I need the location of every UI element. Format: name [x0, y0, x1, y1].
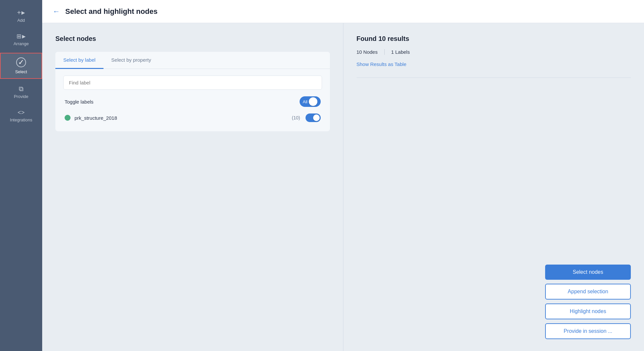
integrations-icon: <>: [17, 110, 24, 115]
tab-select-by-property[interactable]: Select by property: [103, 52, 159, 69]
select-nodes-title: Select nodes: [55, 35, 330, 43]
results-meta: 10 Nodes 1 Labels: [357, 49, 631, 55]
show-results-link[interactable]: Show Results as Table: [357, 61, 631, 67]
find-label-input[interactable]: [63, 76, 322, 90]
page-title: Select and highlight nodes: [65, 7, 158, 16]
sidebar-item-add[interactable]: + ▶ Add: [0, 5, 42, 27]
toggle-all-text: All: [303, 99, 307, 104]
label-dot-prk: [65, 115, 71, 121]
sidebar-item-provide[interactable]: ⧉ Provide: [0, 81, 42, 103]
labels-count: 1 Labels: [385, 49, 410, 55]
divider: [357, 78, 631, 78]
header: ← Select and highlight nodes: [42, 0, 644, 23]
sidebar-item-integrations-label: Integrations: [10, 117, 32, 122]
label-name-prk: prk_structure_2018: [74, 115, 292, 121]
select-icon: ✓: [16, 57, 26, 67]
sidebar-item-select[interactable]: ✓ Select: [0, 53, 42, 79]
right-panel: Found 10 results 10 Nodes 1 Labels Show …: [343, 23, 644, 351]
tab-card: Select by label Select by property Toggl…: [55, 52, 330, 131]
toggle-all-knob: [309, 97, 317, 106]
main-content: ← Select and highlight nodes Select node…: [42, 0, 644, 351]
sidebar-item-select-label: Select: [15, 69, 27, 74]
toggle-labels-label: Toggle labels: [65, 99, 94, 105]
highlight-nodes-button[interactable]: Highlight nodes: [545, 303, 631, 319]
add-icon: + ▶: [17, 9, 25, 16]
sidebar-item-arrange-label: Arrange: [14, 41, 29, 46]
sidebar-item-add-label: Add: [17, 18, 25, 23]
sidebar-item-arrange[interactable]: ⊞ ▶ Arrange: [0, 29, 42, 50]
toggle-all-switch[interactable]: All: [300, 96, 321, 107]
back-button[interactable]: ←: [53, 7, 60, 16]
label-toggle-prk[interactable]: [306, 113, 321, 122]
sidebar-item-integrations[interactable]: <> Integrations: [0, 106, 42, 126]
left-panel: Select nodes Select by label Select by p…: [42, 23, 343, 351]
select-nodes-button[interactable]: Select nodes: [545, 265, 631, 280]
content-area: Select nodes Select by label Select by p…: [42, 23, 644, 351]
toggle-labels-row: Toggle labels All: [63, 96, 322, 107]
provide-in-session-button[interactable]: Provide in session ...: [545, 323, 631, 339]
nodes-count: 10 Nodes: [357, 49, 385, 55]
sidebar-item-provide-label: Provide: [14, 94, 28, 99]
action-buttons: Select nodes Append selection Highlight …: [357, 265, 631, 339]
tab-content: Toggle labels All prk_structure_2018 (10…: [55, 69, 330, 131]
label-count-prk: (10): [292, 115, 300, 120]
tab-bar: Select by label Select by property: [55, 52, 330, 69]
arrange-icon: ⊞ ▶: [16, 33, 26, 39]
append-selection-button[interactable]: Append selection: [545, 284, 631, 300]
tab-select-by-label[interactable]: Select by label: [55, 52, 103, 69]
sidebar: + ▶ Add ⊞ ▶ Arrange ✓ Select ⧉ Provide <…: [0, 0, 42, 351]
label-row-prk: prk_structure_2018 (10): [63, 112, 322, 123]
results-title: Found 10 results: [357, 35, 631, 43]
provide-icon: ⧉: [19, 85, 23, 92]
